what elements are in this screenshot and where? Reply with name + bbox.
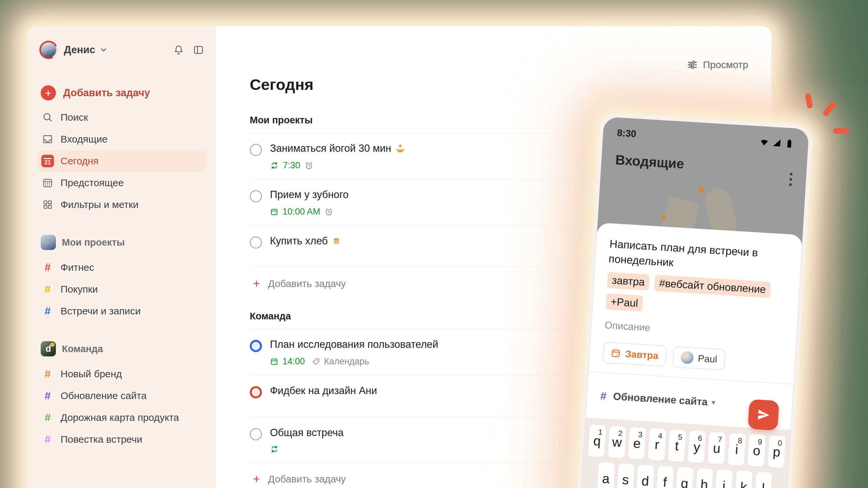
- keyboard-row-1: q1 w2 e3 r4 t5 y6 u7 i8 o9 p0: [588, 425, 786, 468]
- sliders-icon: [686, 59, 698, 71]
- stage: Денис + Добавить задачу: [0, 0, 868, 488]
- description-placeholder[interactable]: Описание: [604, 319, 784, 341]
- hash-icon: #: [41, 433, 55, 446]
- task-checkbox-priority-blue[interactable]: [250, 340, 262, 352]
- sidebar-item-today[interactable]: 21 Сегодня: [37, 150, 206, 172]
- key-r[interactable]: r4: [648, 428, 666, 461]
- key-d[interactable]: d: [636, 464, 654, 488]
- toggle-sidebar-icon[interactable]: [193, 44, 204, 56]
- alarm-icon: [304, 161, 314, 170]
- hash-icon: #: [41, 283, 55, 296]
- assignee-token[interactable]: +Paul: [606, 293, 643, 312]
- view-options-button[interactable]: Просмотр: [686, 59, 748, 71]
- page-title: Сегодня: [250, 75, 750, 94]
- signal-icon: [772, 137, 782, 148]
- task-input-text[interactable]: Написать план для встречи в понедельник: [608, 236, 788, 277]
- search-icon: [41, 112, 55, 123]
- key-i[interactable]: i8: [728, 433, 746, 466]
- plus-icon: +: [253, 473, 260, 485]
- notifications-bell-icon[interactable]: [173, 44, 184, 56]
- key-t[interactable]: t5: [668, 429, 686, 462]
- key-s[interactable]: s: [617, 463, 634, 488]
- assignee-chip[interactable]: Paul: [672, 346, 726, 370]
- send-button[interactable]: [748, 399, 779, 430]
- hash-icon: #: [41, 305, 55, 317]
- wifi-icon: [759, 136, 770, 147]
- hash-icon: #: [600, 389, 607, 402]
- sidebar-project-new-brand[interactable]: # Новый бренд: [37, 363, 206, 385]
- key-u[interactable]: u7: [708, 432, 726, 464]
- key-w[interactable]: w2: [608, 426, 626, 459]
- team-header[interactable]: d Команда: [37, 337, 206, 360]
- sidebar-project-agenda[interactable]: # Повестка встречи: [37, 428, 206, 450]
- key-o[interactable]: o9: [748, 434, 766, 467]
- token-list: завтра #вебсайт обновление +Paul: [606, 272, 786, 320]
- calendar-icon: [270, 208, 279, 216]
- task-checkbox[interactable]: [250, 144, 262, 156]
- task-checkbox-priority-red[interactable]: [250, 386, 262, 398]
- sidebar-project-shopping[interactable]: # Покупки: [37, 279, 206, 300]
- add-task-button[interactable]: + Добавить задачу: [37, 82, 206, 104]
- sidebar-project-site-update[interactable]: # Обновление сайта: [37, 385, 206, 407]
- recurring-icon: [270, 445, 279, 454]
- user-name: Денис: [64, 44, 95, 56]
- yoga-emoji: [395, 143, 405, 154]
- due-date-chip[interactable]: Завтра: [602, 342, 667, 367]
- sidebar: Денис + Добавить задачу: [27, 27, 216, 488]
- sidebar-item-search[interactable]: Поиск: [37, 106, 206, 128]
- battery-icon: [784, 138, 795, 149]
- sidebar-project-roadmap[interactable]: # Дорожная карта продукта: [37, 407, 206, 428]
- status-time: 8:30: [617, 127, 637, 139]
- accent-dash-3: [833, 128, 849, 134]
- accent-dash-2: [822, 100, 837, 117]
- sidebar-item-upcoming[interactable]: Предстоящее: [37, 172, 206, 194]
- key-k[interactable]: k: [735, 470, 752, 488]
- phone-mockup: 8:30 Входящие: [575, 112, 813, 488]
- calendar-icon: [611, 348, 621, 358]
- project-token[interactable]: #вебсайт обновление: [654, 275, 771, 298]
- avatar[interactable]: [39, 41, 58, 59]
- kebab-menu-icon[interactable]: [789, 172, 792, 186]
- hash-icon: #: [41, 261, 55, 274]
- upcoming-calendar-icon: [41, 177, 55, 189]
- key-a[interactable]: a: [597, 462, 615, 488]
- phone-screen-title: Входящие: [615, 152, 684, 172]
- chevron-down-icon: [99, 45, 108, 54]
- project-selector[interactable]: Обновление сайта: [613, 390, 708, 408]
- sidebar-item-inbox[interactable]: Входящие: [37, 128, 206, 150]
- key-p[interactable]: p0: [768, 435, 786, 468]
- recurring-icon: [270, 161, 279, 170]
- sidebar-item-filters-labels[interactable]: Фильтры и метки: [37, 194, 206, 216]
- key-f[interactable]: f: [656, 466, 674, 488]
- phone-screen: 8:30 Входящие: [579, 117, 809, 488]
- grid-icon: [41, 199, 55, 210]
- quick-add-sheet: Написать план для встречи в понедельник …: [579, 223, 803, 488]
- user-menu[interactable]: Денис: [37, 39, 206, 61]
- inbox-icon: [41, 134, 55, 145]
- alarm-icon: [324, 207, 334, 217]
- task-checkbox[interactable]: [250, 236, 262, 249]
- plus-icon: +: [253, 278, 260, 290]
- key-l[interactable]: l: [754, 472, 772, 488]
- plus-icon: +: [41, 85, 56, 100]
- today-calendar-icon: 21: [41, 155, 55, 167]
- task-checkbox[interactable]: [250, 190, 262, 202]
- key-y[interactable]: y6: [688, 430, 706, 463]
- key-g[interactable]: g: [676, 467, 693, 488]
- sidebar-project-meetings[interactable]: # Встречи и записи: [37, 300, 206, 322]
- key-h[interactable]: h: [695, 468, 713, 488]
- assignee-avatar: [680, 351, 694, 364]
- key-j[interactable]: j: [715, 469, 733, 488]
- key-q[interactable]: q1: [588, 425, 606, 457]
- date-token[interactable]: завтра: [607, 272, 650, 291]
- bread-emoji: [332, 236, 341, 246]
- calendar-icon: [270, 357, 279, 366]
- sidebar-project-fitness[interactable]: # Фитнес: [37, 257, 206, 279]
- caret-down-icon: ▾: [711, 398, 715, 407]
- hash-icon: #: [41, 389, 55, 402]
- task-checkbox[interactable]: [250, 428, 262, 441]
- my-projects-header[interactable]: Мои проекты: [37, 231, 206, 254]
- label-tag-icon: [312, 357, 320, 366]
- key-e[interactable]: e3: [628, 427, 646, 460]
- hash-icon: #: [41, 411, 55, 424]
